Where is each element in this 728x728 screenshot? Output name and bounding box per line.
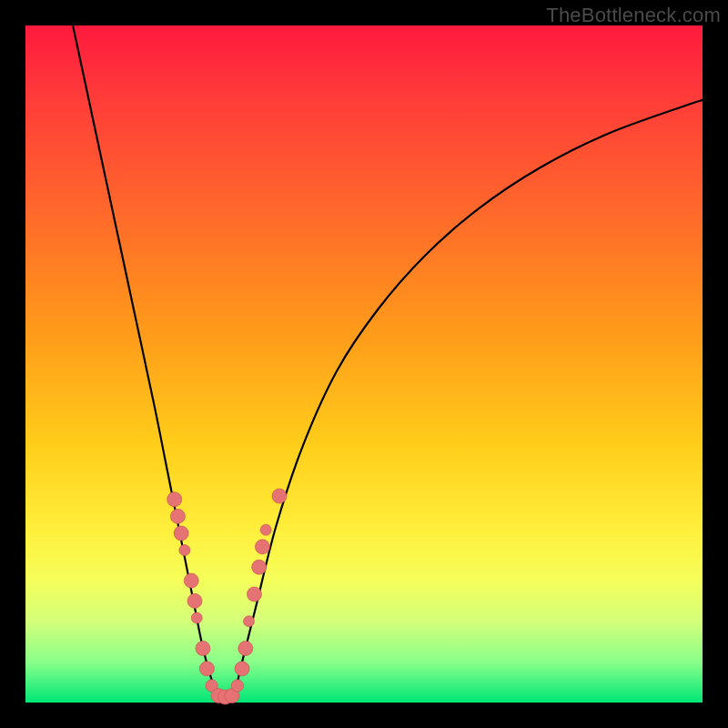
curve-marker (199, 662, 214, 676)
curve-marker (191, 612, 202, 623)
curve-marker (235, 662, 249, 676)
curve-marker (187, 593, 202, 608)
curve-marker (231, 680, 243, 692)
chart-svg (25, 25, 703, 703)
bottleneck-curve (73, 25, 703, 701)
curve-marker (170, 509, 185, 523)
curve-marker (238, 641, 253, 655)
curve-marker (260, 524, 271, 535)
curve-marker (174, 526, 188, 541)
curve-marker (272, 489, 287, 503)
curve-marker (243, 616, 254, 627)
curve-marker (167, 492, 182, 507)
chart-frame: TheBottleneck.com (0, 0, 728, 728)
curve-marker (252, 560, 267, 574)
curve-marker (247, 587, 261, 602)
curve-markers (167, 489, 287, 704)
curve-marker (196, 641, 210, 655)
curve-marker (184, 573, 198, 588)
curve-marker (255, 540, 269, 554)
plot-area (25, 25, 703, 703)
curve-marker (179, 545, 190, 556)
watermark-text: TheBottleneck.com (546, 4, 721, 27)
